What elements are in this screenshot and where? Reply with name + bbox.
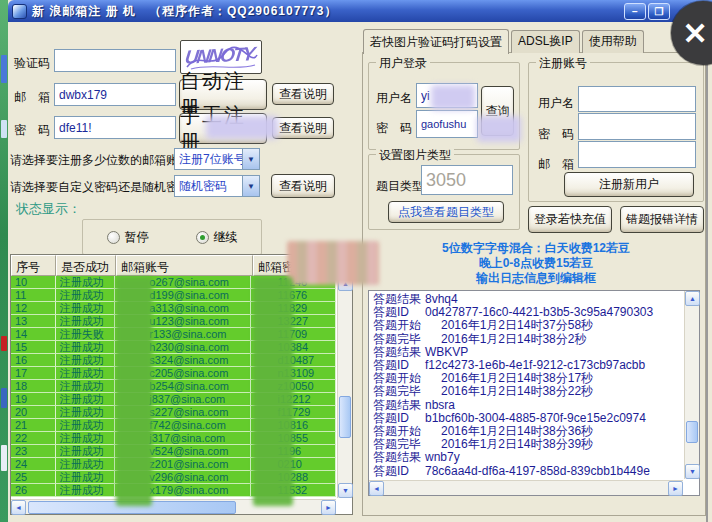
maximize-icon: ❐ [655, 6, 664, 17]
log-line: 答题ID78c6aa4d-df6a-4197-858d-839cbb1b449e [373, 465, 681, 477]
captcha-label: 验证码 [14, 55, 50, 72]
digit-select-prompt: 请选择要注册多少位数的邮箱账号 [10, 152, 190, 169]
censor-blur [287, 241, 379, 285]
table-cell: 12 [11, 302, 56, 314]
digit-select-dropdown[interactable]: 注册7位账号 ▼ [174, 148, 260, 170]
login-password-input[interactable] [416, 110, 478, 138]
password-select-value: 随机密码 [175, 176, 242, 196]
password-input[interactable] [54, 116, 176, 139]
table-header-cell[interactable]: 序号 [11, 255, 56, 276]
tab-captcha-settings[interactable]: 若快图片验证码打码设置 [363, 29, 509, 54]
recharge-label: 登录若快充值 [534, 211, 606, 228]
table-cell: 注册成功 [56, 315, 116, 327]
table-cell: 23 [11, 445, 56, 457]
minimize-button[interactable]: − [624, 3, 646, 20]
window-right-border [706, 0, 708, 522]
scroll-up-icon[interactable]: ▲ [685, 291, 700, 306]
question-type-input[interactable] [421, 165, 513, 195]
scroll-down-icon[interactable]: ▼ [685, 464, 700, 479]
image-type-group-title: 设置图片类型 [376, 147, 454, 164]
tab-adsl-ip[interactable]: ADSL换IP [511, 30, 580, 53]
tab-help[interactable]: 使用帮助 [582, 30, 644, 53]
table-cell: 注册成功 [56, 471, 116, 483]
table-header-cell[interactable]: 邮箱账号 [116, 255, 253, 276]
table-cell: 注册成功 [56, 445, 116, 457]
log-horizontal-scrollbar[interactable]: ◄ ► [369, 480, 683, 495]
log-line: 答题完毕2016年1月2日14时38分22秒 [373, 385, 681, 398]
digit-select-value: 注册7位账号 [175, 149, 242, 169]
view-question-types-label: 点我查看题目类型 [398, 204, 494, 221]
log-lines: 答题结果8vhq4答题ID0d427877-16c0-4421-b3b5-3c9… [373, 293, 681, 477]
maximize-button[interactable]: ❐ [648, 3, 670, 20]
table-vertical-scrollbar[interactable]: ▲ ▼ [337, 276, 352, 498]
titlebar[interactable]: 新 浪邮箱注 册 机 （程序作者：QQ2906107773） − ❐ [8, 0, 712, 22]
notice-line: 输出日志信息到编辑框 [368, 271, 704, 286]
login-password-label: 密 码 [376, 120, 412, 137]
log-vertical-scrollbar[interactable]: ▲ ▼ [684, 291, 699, 479]
table-header-cell[interactable]: 是否成功 [56, 255, 116, 276]
status-label: 状态显示： [16, 200, 81, 218]
scroll-right-icon[interactable]: ► [321, 500, 336, 515]
tab-label: 若快图片验证码打码设置 [370, 35, 502, 49]
dropdown-arrow-icon[interactable]: ▼ [242, 149, 259, 169]
register-email-input[interactable] [578, 141, 696, 168]
view-help-label: 查看说明 [279, 178, 327, 195]
view-help-button-2[interactable]: 查看说明 [272, 117, 334, 139]
view-question-types-button[interactable]: 点我查看题目类型 [388, 201, 504, 223]
table-cell: 25 [11, 471, 56, 483]
register-password-label: 密 码 [538, 126, 574, 143]
tab-label: ADSL换IP [518, 34, 573, 48]
register-new-user-button[interactable]: 注册新用户 [564, 172, 694, 197]
notice-text: 5位数字字母混合：白天收费12若豆 晚上0-8点收费15若豆 输出日志信息到编辑… [368, 241, 704, 286]
email-input[interactable] [54, 83, 176, 106]
question-type-label: 题目类型 [376, 178, 424, 195]
table-cell: 注册成功 [56, 276, 116, 288]
recharge-button[interactable]: 登录若快充值 [528, 206, 612, 233]
log-output-box[interactable]: 答题结果8vhq4答题ID0d427877-16c0-4421-b3b5-3c9… [368, 290, 700, 496]
radio-pause-label: 暂停 [125, 229, 149, 246]
table-vscroll-thumb[interactable] [339, 396, 351, 438]
table-cell: 21 [11, 419, 56, 431]
table-cell: 22 [11, 432, 56, 444]
radio-continue[interactable]: 继续 [196, 229, 238, 246]
censor-blur [116, 277, 152, 506]
password-select-dropdown[interactable]: 随机密码 ▼ [174, 175, 260, 197]
log-vscroll-thumb[interactable] [686, 421, 698, 443]
desktop-icon [1, 120, 7, 138]
scroll-left-icon[interactable]: ◄ [11, 500, 26, 515]
password-select-prompt: 请选择要自定义密码还是随机密码 [10, 179, 190, 196]
table-cell: 注册成功 [56, 354, 116, 366]
desktop-icon [1, 55, 7, 83]
table-cell: 14 [11, 328, 56, 340]
error-report-button[interactable]: 错题报错详情 [620, 206, 704, 233]
captcha-input[interactable] [54, 49, 176, 72]
table-cell: 注册成功 [56, 432, 116, 444]
password-label: 密 码 [14, 122, 50, 139]
login-username-label: 用户名 [376, 90, 412, 107]
register-username-input[interactable] [578, 86, 696, 112]
notice-line: 5位数字字母混合：白天收费12若豆 [368, 241, 704, 256]
table-cell: 26 [11, 484, 56, 496]
minimize-icon: − [632, 6, 638, 17]
table-cell: 19 [11, 393, 56, 405]
view-help-button-1[interactable]: 查看说明 [272, 83, 334, 105]
scroll-left-icon[interactable]: ◄ [369, 481, 384, 496]
run-state-group: 暂停 继续 [82, 219, 262, 255]
dropdown-arrow-icon[interactable]: ▼ [242, 176, 259, 196]
close-x-icon: ✕ [682, 16, 707, 51]
error-report-label: 错题报错详情 [626, 211, 698, 228]
desktop-icon [1, 336, 7, 351]
radio-pause[interactable]: 暂停 [107, 229, 149, 246]
censor-blur [206, 116, 278, 139]
register-password-input[interactable] [578, 113, 696, 140]
radio-pause-circle-icon [107, 231, 120, 244]
table-cell: 20 [11, 406, 56, 418]
censor-blur [431, 85, 475, 110]
register-username-label: 用户名 [538, 95, 574, 112]
view-help-button-3[interactable]: 查看说明 [271, 174, 335, 198]
scroll-right-icon[interactable]: ► [668, 481, 683, 496]
table-cell: 16 [11, 354, 56, 366]
desktop-edge-strip [0, 0, 8, 522]
scroll-down-icon[interactable]: ▼ [338, 483, 353, 498]
results-table: 序号是否成功邮箱账号邮箱密码 10注册成功o267@sina.com112461… [10, 254, 353, 515]
